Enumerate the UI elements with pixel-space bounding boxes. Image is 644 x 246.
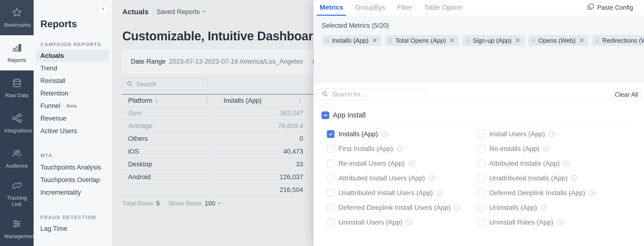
saved-reports-dropdown[interactable]: Saved Reports — [156, 8, 207, 16]
tab-label: GroupBys — [355, 3, 385, 11]
sidebar-item-retention[interactable]: Retention — [36, 87, 109, 100]
info-icon[interactable]: i — [549, 131, 555, 137]
tab-groupbys[interactable]: GroupBys — [352, 0, 388, 16]
show-rows-dropdown[interactable]: 100 — [205, 200, 221, 207]
paste-config-button[interactable]: Paste Config — [587, 0, 633, 15]
checkbox-unchecked[interactable] — [478, 160, 486, 167]
drag-handle-icon[interactable] — [326, 38, 328, 43]
config-tab-bar: Metrics GroupBys Filter Table Option Pas… — [314, 0, 644, 16]
info-icon[interactable]: i — [557, 219, 563, 225]
info-icon[interactable]: i — [406, 219, 412, 225]
report-config-bar[interactable]: Date Range 2023-07-13-2023-07-19 America… — [122, 50, 314, 73]
checkbox-unchecked[interactable] — [327, 145, 334, 153]
checkbox-unchecked[interactable] — [478, 174, 486, 182]
info-icon[interactable]: i — [408, 160, 414, 166]
drag-handle-icon[interactable] — [467, 38, 470, 43]
metric-chip[interactable]: Total Opens (App) ✕ — [385, 35, 459, 46]
metrics-config-panel: Metrics GroupBys Filter Table Option Pas… — [314, 0, 644, 246]
checkbox-indeterminate[interactable] — [322, 112, 329, 119]
tab-table-option[interactable]: Table Option — [421, 0, 465, 16]
nav-label: Tracking Link — [4, 195, 30, 207]
tab-metrics[interactable]: Metrics — [317, 0, 346, 16]
checkbox-unchecked[interactable] — [478, 189, 486, 197]
checkbox-unchecked[interactable] — [478, 145, 486, 153]
sidebar-item-touchpoints-overlap[interactable]: Touchpoints Overlap — [36, 174, 109, 186]
divider — [317, 104, 640, 104]
info-icon[interactable]: i — [572, 175, 578, 181]
sidebar-item-incrementality[interactable]: Incrementality — [36, 186, 109, 199]
info-icon[interactable]: i — [429, 175, 435, 181]
chevron-down-icon — [202, 8, 207, 16]
nav-item-tracking-link[interactable]: Tracking Link — [0, 176, 34, 211]
nav-label: Raw Data — [5, 92, 28, 99]
metrics-search-input[interactable] — [332, 90, 427, 98]
sidebar-item-active-users[interactable]: Active Users — [36, 125, 109, 137]
column-menu-icon[interactable]: ⋮ — [204, 97, 210, 104]
table-row-sum: Sum 383,047 — [122, 107, 314, 120]
search-icon — [322, 91, 328, 98]
clear-all-button[interactable]: Clear All — [612, 88, 640, 101]
checkbox-unchecked[interactable] — [327, 204, 334, 212]
column-header-installs-app[interactable]: Installs (App) ⋮ — [216, 95, 314, 107]
cell-value: 76,609.4 — [216, 120, 314, 132]
info-icon[interactable]: i — [382, 131, 388, 137]
sidebar-item-actuals[interactable]: Actuals — [36, 49, 109, 62]
nav-item-management[interactable]: Management — [0, 211, 34, 246]
page-title: Customizable, Intuitive Dashboarding — [122, 29, 338, 43]
checkbox-unchecked[interactable] — [327, 160, 334, 167]
sidebar-item-lag-time[interactable]: Lag Time — [36, 222, 109, 235]
info-icon[interactable]: i — [541, 205, 547, 211]
tab-filter[interactable]: Filter — [394, 0, 415, 16]
metric-label: First Installs (App) — [338, 145, 393, 153]
nav-item-integrations[interactable]: Integrations — [0, 106, 34, 141]
metric-chip[interactable]: Installs (App) ✕ — [322, 35, 382, 46]
drag-handle-icon[interactable] — [596, 38, 599, 43]
info-icon[interactable]: i — [397, 146, 403, 152]
cell-value: 40,473 — [216, 145, 314, 158]
metric-chip[interactable]: Redirections (Web) ✕ — [592, 35, 644, 46]
sidebar-item-funnel[interactable]: FunnelBeta — [36, 100, 109, 112]
sidebar-item-revenue[interactable]: Revenue — [36, 112, 109, 125]
metric-option: Uninstall Rates (App) i — [478, 215, 628, 230]
remove-chip-icon[interactable]: ✕ — [579, 37, 584, 44]
metric-chip[interactable]: Opens (Web) ✕ — [528, 35, 589, 46]
sort-descending-icon[interactable]: ↓ — [155, 97, 158, 105]
nav-item-reports[interactable]: Reports — [0, 35, 34, 70]
actuals-table: Platform ↓ ⋮ Installs (App) ⋮ Sum 383,04… — [122, 94, 314, 196]
date-range-value: 2023-07-13-2023-07-19 America/Los_Angele… — [169, 58, 303, 65]
remove-chip-icon[interactable]: ✕ — [450, 37, 455, 44]
remove-chip-icon[interactable]: ✕ — [372, 37, 378, 44]
checkbox-unchecked[interactable] — [327, 189, 334, 197]
info-icon[interactable]: i — [564, 160, 570, 166]
drag-handle-icon[interactable] — [389, 38, 392, 43]
item-label: Trend — [40, 65, 57, 72]
column-header-platform[interactable]: Platform ↓ ⋮ — [122, 95, 216, 107]
drag-handle-icon[interactable] — [532, 38, 535, 43]
metric-label: Unattributed Install Users (App) — [338, 189, 433, 197]
checkbox-unchecked[interactable] — [478, 130, 486, 138]
info-icon[interactable]: i — [543, 146, 549, 152]
collapse-sidebar-button[interactable] — [98, 4, 108, 14]
metric-option: Install Users (App) i — [478, 127, 628, 141]
checkbox-unchecked[interactable] — [478, 204, 486, 212]
checkbox-checked[interactable] — [327, 130, 334, 138]
info-icon[interactable]: i — [437, 190, 443, 196]
item-label: Incrementality — [40, 189, 81, 196]
nav-item-audience[interactable]: Audience — [0, 141, 34, 176]
metric-option: Installs (App) i — [327, 127, 477, 141]
nav-item-raw-data[interactable]: Raw Data — [0, 70, 34, 106]
checkbox-unchecked[interactable] — [327, 219, 334, 226]
metric-chip[interactable]: Sign-up (App) ✕ — [463, 35, 524, 46]
checkbox-unchecked[interactable] — [478, 219, 486, 226]
info-icon[interactable]: i — [454, 205, 460, 211]
sidebar-item-trend[interactable]: Trend — [36, 62, 109, 75]
column-menu-icon[interactable]: ⋮ — [296, 97, 303, 104]
chip-label: Sign-up (App) — [473, 37, 512, 44]
table-search-input[interactable] — [136, 80, 207, 88]
remove-chip-icon[interactable]: ✕ — [515, 37, 520, 44]
sidebar-item-touchpoints-analysis[interactable]: Touchpoints Analysis — [36, 161, 109, 174]
checkbox-unchecked[interactable] — [327, 174, 334, 182]
sidebar-item-reinstall[interactable]: Reinstall — [36, 75, 109, 87]
info-icon[interactable]: i — [589, 190, 595, 196]
nav-item-bookmarks[interactable]: Bookmarks — [0, 0, 34, 35]
